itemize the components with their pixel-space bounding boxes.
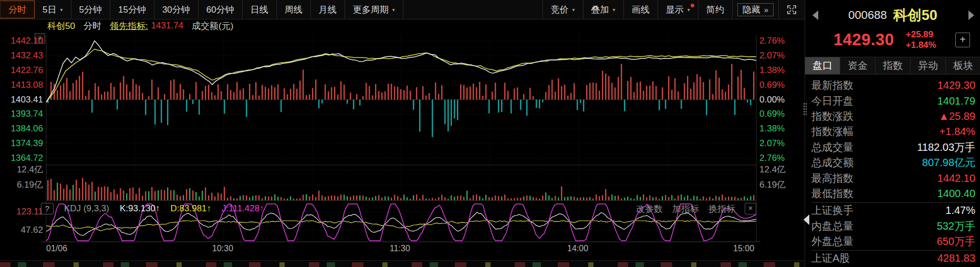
quote-tab-3[interactable]: 异动 — [911, 57, 946, 74]
period-tab-5ri[interactable]: 5日▾ — [35, 0, 71, 19]
period-tab-fenshi[interactable]: 分时 — [0, 1, 35, 18]
tool-box-yincang: 隐藏» — [737, 3, 774, 16]
tool-jingjia[interactable]: 竞价▾ — [543, 0, 583, 19]
tool-jianyue[interactable]: 简约 — [698, 0, 732, 19]
time-label: 11:30 — [390, 244, 410, 253]
chevron-down-icon: ▾ — [687, 7, 690, 13]
last-price: 1429.30 — [833, 30, 894, 49]
quote-row: 今日开盘1401.79 — [811, 93, 975, 108]
price-axis-label: 1384.06 — [0, 124, 43, 134]
ticker-fragments — [0, 262, 805, 267]
tool-yincang[interactable]: 隐藏» — [732, 0, 778, 19]
turnover-axis-label: 成交额(元) — [192, 20, 233, 32]
quote-row-label: 最新指数 — [811, 78, 853, 93]
chart-symbol-label: 科创50 — [47, 20, 75, 32]
percent-axis-label: 2.07% — [759, 50, 785, 61]
period-tab-rixian[interactable]: 日线 — [243, 0, 277, 19]
percent-axis-label: 2.07% — [759, 138, 785, 149]
period-tab-more-periods[interactable]: 更多周期▾ — [345, 0, 403, 19]
period-tab-5min[interactable]: 5分钟 — [71, 0, 110, 19]
kdj-axis-label: 123.11 — [0, 207, 43, 217]
panel-resize-handle[interactable] — [803, 102, 807, 116]
next-stock-arrow-icon[interactable] — [968, 11, 974, 20]
percent-axis-label: 0.69% — [759, 109, 785, 119]
period-tabs: 分时5日▾5分钟15分钟30分钟60分钟日线周线月线更多周期▾ — [0, 0, 403, 19]
chart-header: 科创50 分时 领先指标: 1431.74 成交额(元) — [47, 20, 233, 32]
period-tab-15min[interactable]: 15分钟 — [110, 0, 154, 19]
chevron-down-icon: ▾ — [392, 7, 395, 13]
quote-row-value: 1400.40 — [937, 188, 975, 200]
add-to-watchlist-button[interactable]: + — [955, 33, 970, 47]
quote-row: 外盘总量650万手 — [811, 234, 975, 249]
quote-tab-2[interactable]: 指数 — [875, 57, 911, 74]
period-tab-label: 更多周期 — [353, 4, 389, 16]
quote-row-value: 650万手 — [937, 234, 975, 249]
kdj-j-value: J:111.428↑ — [222, 203, 264, 214]
kdj-tool-0[interactable]: 改参数 — [636, 203, 663, 215]
quote-row-value: 532万手 — [937, 219, 975, 233]
chevron-down-icon: ▾ — [60, 7, 62, 13]
quote-tab-4[interactable]: 板块 — [946, 57, 980, 74]
quote-tab-0[interactable]: 盘口 — [805, 57, 840, 74]
tool-huaxian[interactable]: 画线 — [623, 0, 658, 19]
time-label: 10:30 — [212, 244, 233, 253]
kdj-help-button[interactable]: ? — [41, 203, 54, 214]
quote-header: 000688 科创50 — [805, 5, 980, 25]
tool-fullscreen[interactable] — [778, 0, 805, 19]
quote-tab-1[interactable]: 资金 — [840, 57, 875, 74]
kdj-tool-1[interactable]: 加指标 — [672, 203, 699, 215]
volume-axis-label: 12.4亿 — [759, 165, 786, 175]
prev-stock-arrow-icon[interactable] — [812, 11, 818, 20]
period-tab-label: 日线 — [251, 4, 268, 16]
tool-label: 竞价 — [551, 4, 569, 16]
tool-diejia[interactable]: 叠加▾ — [583, 0, 623, 19]
period-tab-zhouxian[interactable]: 周线 — [277, 0, 311, 19]
price-axis-label: 1432.43 — [0, 50, 43, 61]
tool-label: 隐藏 — [743, 4, 760, 16]
tool-label: 显示 — [666, 4, 684, 16]
stock-name: 科创50 — [893, 6, 937, 25]
period-tab-30min[interactable]: 30分钟 — [154, 0, 199, 19]
kdj-title: KDJ (9,3,3) — [64, 203, 109, 214]
quote-row: 上证A股4281.83 — [811, 250, 975, 266]
kdj-tool-2[interactable]: 换指标 — [708, 203, 735, 215]
volume-axis-label: 6.19亿 — [0, 180, 43, 190]
tool-label: 画线 — [632, 4, 650, 16]
chart-mode-label: 分时 — [84, 20, 101, 32]
quote-row-value: 807.98亿元 — [922, 156, 975, 170]
period-tab-60min[interactable]: 60分钟 — [199, 0, 243, 19]
chevron-down-icon: ▾ — [613, 7, 616, 13]
period-tab-label: 60分钟 — [206, 4, 234, 16]
price-axis-label: 1422.76 — [0, 65, 43, 76]
kdj-close-icon[interactable]: × — [745, 203, 756, 214]
price-axis-label: 1393.74 — [0, 109, 43, 119]
price-axis-label: 1442.10 — [0, 36, 43, 46]
quote-row: 指数涨跌▲25.89 — [811, 109, 975, 124]
quote-row-label: 上证换手 — [811, 203, 853, 218]
quote-rows: 最新指数1429.30今日开盘1401.79指数涨跌▲25.89指数涨幅+1.8… — [811, 78, 975, 266]
kdj-d-value: D:83.981↑ — [171, 203, 212, 214]
quote-row-label: 指数涨跌 — [811, 109, 853, 124]
leading-indicator-label[interactable]: 领先指标: — [110, 20, 148, 32]
chart-tools: 竞价▾叠加▾画线显示▾简约隐藏» — [543, 0, 805, 19]
period-tab-yuexian[interactable]: 月线 — [311, 0, 345, 19]
chart-region: 分时5日▾5分钟15分钟30分钟60分钟日线周线月线更多周期▾ 竞价▾叠加▾画线… — [0, 0, 805, 267]
quote-row-label: 今日开盘 — [811, 94, 853, 108]
quote-row-value: +1.84% — [940, 126, 975, 138]
chart-canvas[interactable] — [0, 19, 805, 267]
quote-row-label: 最高指数 — [811, 171, 853, 186]
price-axis-label: 1364.72 — [0, 153, 43, 163]
quote-row: 最新指数1429.30 — [811, 78, 975, 93]
quote-row-label: 外盘总量 — [811, 234, 853, 249]
panel-collapse-arrow-icon[interactable] — [804, 214, 809, 225]
time-label: 15:00 — [733, 244, 754, 253]
tool-xianshi[interactable]: 显示▾ — [658, 0, 698, 19]
percent-axis-label: 1.38% — [759, 65, 785, 76]
kdj-axis-label: 47.62 — [0, 225, 43, 235]
percent-axis-label: 2.76% — [759, 153, 785, 163]
volume-axis-label: 6.19亿 — [759, 180, 786, 190]
quote-price-row: 1429.30 +25.89 +1.84% + — [805, 27, 980, 53]
price-change-pct: +1.84% — [906, 40, 936, 50]
volume-axis-label: 12.4亿 — [0, 165, 43, 175]
period-toolbar: 分时5日▾5分钟15分钟30分钟60分钟日线周线月线更多周期▾ 竞价▾叠加▾画线… — [0, 0, 805, 19]
